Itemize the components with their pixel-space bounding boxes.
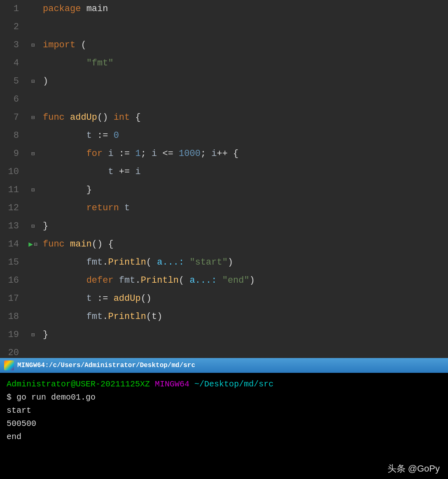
code-content-3: import ( (41, 36, 448, 54)
code-line-7: 7 ⊟ func addUp() int { (0, 109, 448, 127)
line-number-15: 15 (0, 253, 25, 272)
code-line-17: 17 t := addUp() (0, 290, 448, 308)
terminal-space2 (189, 378, 194, 391)
line-number-8: 8 (0, 127, 25, 145)
line-number-13: 13 (0, 217, 25, 235)
line-number-5: 5 (0, 72, 25, 91)
line-number-14: 14 (0, 235, 25, 253)
gutter-13: ⊟ (25, 217, 41, 235)
line-number-19: 19 (0, 326, 25, 344)
fold-icon-11[interactable]: ⊟ (31, 181, 35, 199)
code-line-5: 5 ⊟ ) (0, 72, 448, 91)
code-line-18: 18 fmt.Println(t) (0, 308, 448, 326)
watermark: 头条 @GoPy (387, 463, 440, 475)
code-content-17: t := addUp() (41, 290, 448, 308)
code-content-12: return t (41, 199, 448, 217)
line-number-9: 9 (0, 145, 25, 163)
code-line-13: 13 ⊟ } (0, 217, 448, 235)
code-content-15: fmt.Println( a...: "start") (41, 253, 448, 272)
terminal-output-1: start (7, 404, 441, 417)
code-content-18: fmt.Println(t) (41, 308, 448, 326)
terminal-prompt-line: Administrator@USER-20211125XZ MINGW64 ~/… (7, 378, 441, 391)
code-content-13: } (41, 217, 448, 235)
gutter-9: ⊟ (25, 145, 41, 163)
gutter-5: ⊟ (25, 72, 41, 91)
code-line-6: 6 (0, 91, 448, 109)
code-content-5: ) (41, 72, 448, 91)
code-line-12: 12 return t (0, 199, 448, 217)
terminal-wrapper: MINGW64:/c/Users/Administrator/Desktop/m… (0, 358, 448, 479)
line-number-6: 6 (0, 91, 25, 109)
code-content-9: for i := 1; i <= 1000; i++ { (41, 145, 448, 163)
code-content-7: func addUp() int { (41, 109, 448, 127)
code-line-16: 16 defer fmt.Println( a...: "end") (0, 272, 448, 290)
terminal-titlebar: MINGW64:/c/Users/Administrator/Desktop/m… (0, 358, 448, 373)
code-editor: 1 package main 2 3 ⊟ import ( 4 "fmt" 5 … (0, 0, 448, 358)
code-line-10: 10 t += i (0, 163, 448, 181)
code-line-15: 15 fmt.Println( a...: "start") (0, 253, 448, 272)
code-content-1: package main (41, 0, 448, 18)
terminal-output-3: end (7, 430, 441, 444)
run-icon-14[interactable]: ▶ (28, 235, 33, 253)
terminal-path: ~/Desktop/md/src (194, 378, 273, 391)
code-line-14: 14 ▶ ⊟ func main() { (0, 235, 448, 253)
line-number-16: 16 (0, 272, 25, 290)
line-number-7: 7 (0, 109, 25, 127)
code-line-3: 3 ⊟ import ( (0, 36, 448, 54)
gutter-11: ⊟ (25, 181, 41, 199)
line-number-11: 11 (0, 181, 25, 199)
code-content-8: t := 0 (41, 127, 448, 145)
code-content-19: } (41, 326, 448, 344)
code-line-9: 9 ⊟ for i := 1; i <= 1000; i++ { (0, 145, 448, 163)
terminal-space1 (150, 378, 155, 391)
code-line-1: 1 package main (0, 0, 448, 18)
terminal-command-line: $ go run demo01.go (7, 391, 441, 404)
code-line-19: 19 ⊟ } (0, 326, 448, 344)
gutter-19: ⊟ (25, 326, 41, 344)
code-content-4: "fmt" (41, 54, 448, 72)
code-line-4: 4 "fmt" (0, 54, 448, 72)
terminal-command: $ go run demo01.go (7, 393, 96, 402)
line-number-4: 4 (0, 54, 25, 72)
line-number-18: 18 (0, 308, 25, 326)
fold-icon-9[interactable]: ⊟ (31, 145, 35, 163)
line-number-17: 17 (0, 290, 25, 308)
line-number-12: 12 (0, 199, 25, 217)
terminal-host: MINGW64 (155, 378, 189, 391)
code-line-8: 8 t := 0 (0, 127, 448, 145)
fold-icon-13[interactable]: ⊟ (31, 217, 35, 235)
code-content-11: } (41, 181, 448, 199)
line-number-10: 10 (0, 163, 25, 181)
code-content-16: defer fmt.Println( a...: "end") (41, 272, 448, 290)
line-number-3: 3 (0, 36, 25, 54)
terminal-output-2: 500500 (7, 417, 441, 430)
gutter-3: ⊟ (25, 36, 41, 54)
code-line-11: 11 ⊟ } (0, 181, 448, 199)
code-line-2: 2 (0, 18, 448, 36)
fold-icon-5[interactable]: ⊟ (31, 72, 35, 91)
code-content-14: func main() { (41, 235, 448, 253)
line-number-2: 2 (0, 18, 25, 36)
gutter-14: ▶ ⊟ (25, 235, 41, 253)
fold-icon-7[interactable]: ⊟ (31, 109, 35, 127)
terminal-user: Administrator@USER-20211125XZ (7, 378, 150, 391)
fold-icon-14[interactable]: ⊟ (34, 235, 37, 253)
terminal-title: MINGW64:/c/Users/Administrator/Desktop/m… (17, 362, 195, 369)
gutter-7: ⊟ (25, 109, 41, 127)
terminal-icon (4, 360, 14, 370)
terminal-body[interactable]: Administrator@USER-20211125XZ MINGW64 ~/… (0, 373, 448, 479)
line-number-1: 1 (0, 0, 25, 18)
fold-icon-19[interactable]: ⊟ (31, 326, 35, 344)
fold-icon-3[interactable]: ⊟ (31, 36, 35, 54)
code-content-10: t += i (41, 163, 448, 181)
